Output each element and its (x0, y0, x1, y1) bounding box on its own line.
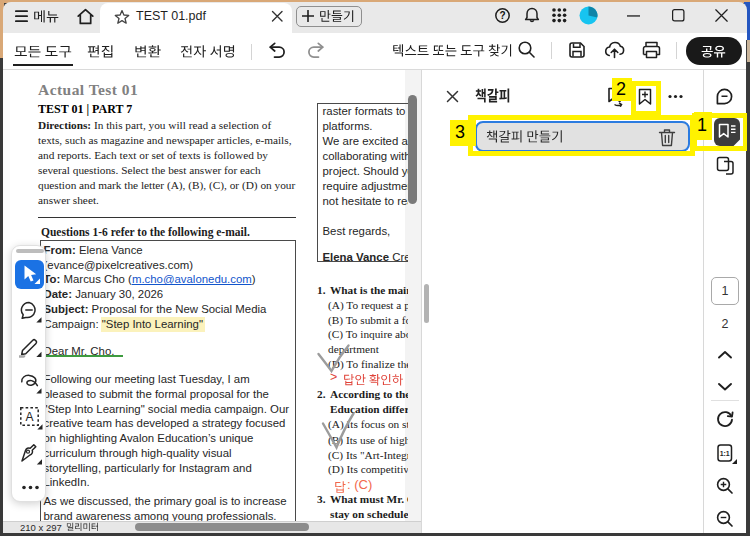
svg-text:?: ? (499, 10, 505, 21)
svg-text:1:1: 1:1 (720, 450, 730, 457)
svg-text:A: A (25, 410, 33, 424)
